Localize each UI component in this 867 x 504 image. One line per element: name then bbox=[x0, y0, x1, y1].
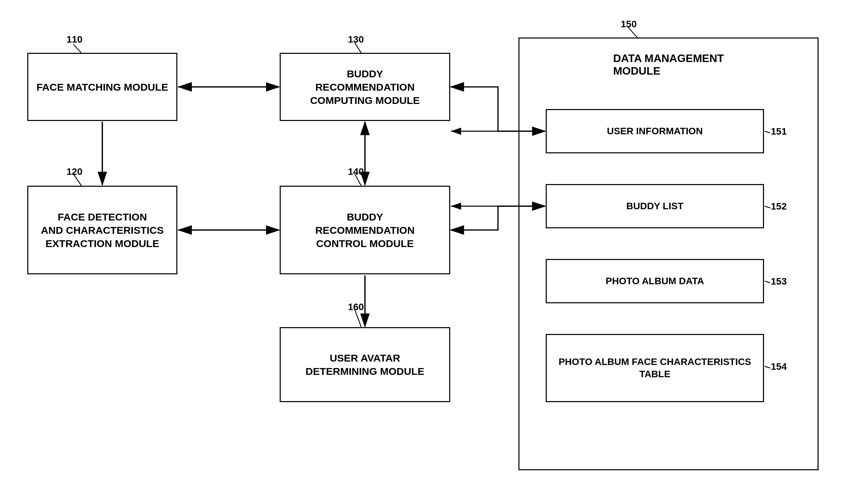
user-avatar-label: USER AVATARDETERMINING MODULE bbox=[306, 351, 424, 378]
ref-154: 154 bbox=[771, 361, 787, 372]
photo-album-face-label: PHOTO ALBUM FACE CHARACTERISTICS TABLE bbox=[547, 356, 763, 381]
diagram-container: 110 120 130 140 150 160 FACE MATCHING MO… bbox=[0, 0, 867, 504]
ref-151: 151 bbox=[771, 126, 787, 137]
svg-line-4 bbox=[73, 44, 82, 54]
buddy-list-label: BUDDY LIST bbox=[626, 200, 684, 212]
data-management-label: DATA MANAGEMENTMODULE bbox=[613, 52, 724, 77]
buddy-control-label: BUDDYRECOMMENDATIONCONTROL MODULE bbox=[315, 210, 414, 250]
data-management-module: DATA MANAGEMENTMODULE bbox=[518, 37, 818, 470]
buddy-computing-module: BUDDYRECOMMENDATIONCOMPUTING MODULE bbox=[280, 53, 450, 121]
buddy-list-box: BUDDY LIST bbox=[546, 184, 764, 228]
face-detection-module: FACE DETECTIONAND CHARACTERISTICSEXTRACT… bbox=[27, 186, 177, 274]
ref-152: 152 bbox=[771, 201, 787, 212]
photo-album-data-label: PHOTO ALBUM DATA bbox=[606, 275, 704, 287]
buddy-control-module: BUDDYRECOMMENDATIONCONTROL MODULE bbox=[280, 186, 450, 274]
ref-153: 153 bbox=[771, 276, 787, 287]
ref-120: 120 bbox=[66, 166, 83, 177]
face-matching-module: FACE MATCHING MODULE bbox=[27, 53, 177, 121]
photo-album-data-box: PHOTO ALBUM DATA bbox=[546, 259, 764, 303]
buddy-computing-label: BUDDYRECOMMENDATIONCOMPUTING MODULE bbox=[310, 67, 420, 107]
ref-140: 140 bbox=[348, 166, 364, 177]
ref-150: 150 bbox=[621, 19, 637, 30]
face-matching-label: FACE MATCHING MODULE bbox=[36, 80, 168, 94]
face-detection-label: FACE DETECTIONAND CHARACTERISTICSEXTRACT… bbox=[41, 210, 164, 250]
ref-130: 130 bbox=[348, 34, 364, 45]
ref-160: 160 bbox=[348, 302, 364, 313]
user-information-label: USER INFORMATION bbox=[607, 125, 703, 137]
photo-album-face-box: PHOTO ALBUM FACE CHARACTERISTICS TABLE bbox=[546, 334, 764, 402]
user-avatar-module: USER AVATARDETERMINING MODULE bbox=[280, 327, 450, 402]
user-information-box: USER INFORMATION bbox=[546, 109, 764, 153]
ref-110: 110 bbox=[66, 34, 83, 45]
